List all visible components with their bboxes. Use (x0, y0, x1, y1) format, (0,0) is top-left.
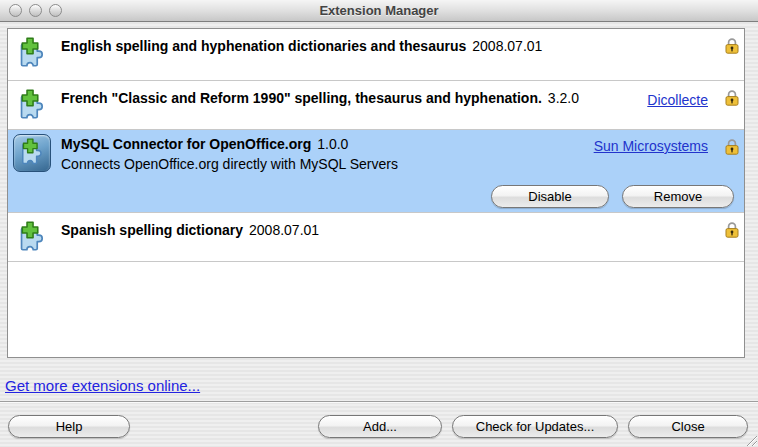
check-for-updates-button[interactable]: Check for Updates... (452, 415, 618, 438)
extension-info: English spelling and hyphenation diction… (61, 38, 542, 54)
extension-row-french[interactable]: French "Classic and Reform 1990" spellin… (8, 81, 744, 130)
lock-icon (725, 37, 739, 54)
publisher-link[interactable]: Sun Microsystems (594, 138, 708, 154)
extension-row-mysql-selected[interactable]: MySQL Connector for OpenOffice.org1.0.0 … (8, 130, 744, 213)
extension-info: MySQL Connector for OpenOffice.org1.0.0 … (61, 136, 398, 172)
extension-puzzle-icon (15, 89, 49, 123)
extension-name: Spanish spelling dictionary (61, 222, 243, 238)
resize-grip[interactable] (744, 433, 757, 446)
extension-puzzle-icon (15, 37, 49, 71)
remove-button[interactable]: Remove (622, 185, 734, 208)
extension-version: 3.2.0 (548, 90, 579, 106)
lock-icon (725, 89, 739, 106)
extension-puzzle-icon (15, 221, 49, 255)
extension-info: French "Classic and Reform 1990" spellin… (61, 90, 579, 106)
mysql-extension-icon (13, 134, 51, 172)
lock-icon (725, 221, 739, 238)
publisher-link[interactable]: Dicollecte (647, 92, 708, 108)
add-button[interactable]: Add... (318, 415, 442, 438)
extension-name: MySQL Connector for OpenOffice.org (61, 136, 311, 152)
disable-button[interactable]: Disable (491, 185, 609, 208)
footer-separator (0, 401, 758, 402)
extension-actions: Disable Remove (491, 185, 734, 208)
close-button[interactable]: Close (628, 415, 748, 438)
extension-name: French "Classic and Reform 1990" spellin… (61, 90, 542, 106)
extension-version: 2008.07.01 (249, 222, 319, 238)
lock-icon (725, 138, 739, 155)
close-window-icon[interactable] (9, 4, 22, 17)
extension-name: English spelling and hyphenation diction… (61, 38, 466, 54)
extension-description: Connects OpenOffice.org directly with My… (61, 156, 398, 172)
zoom-window-icon[interactable] (49, 4, 62, 17)
help-button[interactable]: Help (8, 415, 130, 438)
window-title: Extension Manager (0, 0, 758, 21)
extension-row-english[interactable]: English spelling and hyphenation diction… (8, 29, 744, 81)
traffic-lights (9, 4, 62, 17)
extension-list[interactable]: English spelling and hyphenation diction… (7, 28, 745, 358)
extension-version: 2008.07.01 (472, 38, 542, 54)
extension-info: Spanish spelling dictionary2008.07.01 (61, 222, 319, 238)
extension-version: 1.0.0 (317, 136, 348, 152)
get-more-extensions-link[interactable]: Get more extensions online... (5, 377, 200, 394)
window-titlebar[interactable]: Extension Manager (0, 0, 758, 22)
extension-row-spanish[interactable]: Spanish spelling dictionary2008.07.01 (8, 213, 744, 262)
minimize-window-icon[interactable] (29, 4, 42, 17)
